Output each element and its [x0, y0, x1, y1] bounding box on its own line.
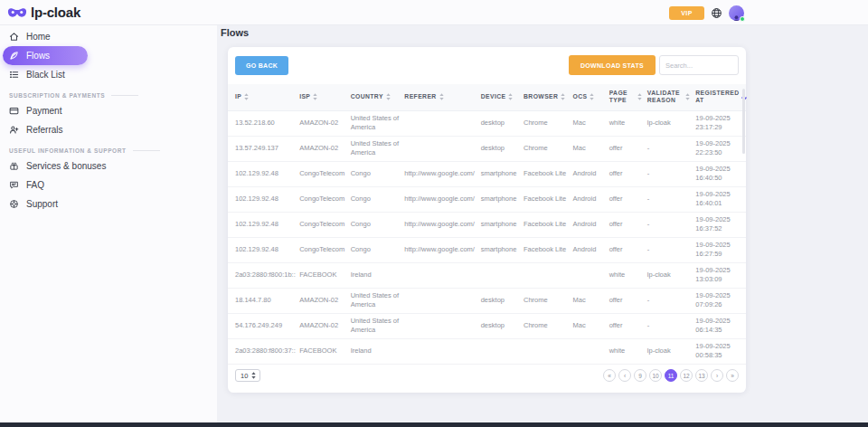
sidebar-item-home[interactable]: Home — [0, 27, 217, 46]
sort-icon[interactable] — [439, 93, 444, 100]
scrollbar[interactable] — [742, 89, 745, 154]
cell-device: desktop — [478, 288, 521, 313]
column-header-referer[interactable]: Referer — [401, 84, 477, 110]
cell-isp: FACEBOOK — [297, 338, 348, 364]
sidebar-item-black-list[interactable]: Black List — [0, 65, 217, 84]
sidebar-item-support[interactable]: Support — [0, 195, 217, 214]
cell-browser: Facebook Lite — [521, 161, 571, 186]
cell-ip: 102.129.92.48 — [228, 212, 297, 237]
go-back-button[interactable]: GO BACK — [235, 56, 288, 75]
sidebar-section-payments: SUBSCRIPTION & PAYMENTS — [9, 92, 217, 99]
table-header-row: IPISPCountryRefererDeviceBrowserOCSPage … — [228, 84, 746, 110]
cell-validate_reason: - — [645, 186, 693, 212]
cell-isp: AMAZON-02 — [297, 136, 348, 161]
cell-country: Ireland — [348, 262, 402, 288]
cell-validate_reason: - — [645, 237, 693, 262]
page-size-select[interactable]: 10 — [235, 369, 260, 382]
cell-referer — [401, 288, 477, 313]
search-input[interactable] — [659, 55, 739, 75]
vip-button[interactable]: VIP — [669, 6, 704, 20]
pagination-button-10[interactable]: 10 — [649, 369, 662, 382]
cell-country: Congo — [348, 186, 402, 212]
cell-isp: AMAZON-02 — [297, 313, 348, 338]
pagination-button-next[interactable]: › — [711, 369, 723, 382]
sidebar-item-label: Support — [26, 199, 58, 209]
sort-icon[interactable] — [637, 93, 642, 100]
table-row: 13.57.249.137AMAZON-02United States of A… — [228, 136, 746, 161]
page-title: Flows — [221, 27, 249, 38]
column-label: Registered At — [695, 90, 739, 105]
cell-referer: http://www.google.com/ — [401, 186, 477, 212]
cell-country: United States of America — [348, 288, 402, 313]
column-label: Device — [481, 93, 506, 100]
column-header-page_type[interactable]: Page Type — [607, 84, 645, 110]
column-header-country[interactable]: Country — [348, 84, 402, 110]
lifebuoy-icon — [9, 199, 19, 209]
download-stats-button[interactable]: DOWNLOAD STATS — [569, 55, 656, 75]
cell-ocs: Mac — [571, 110, 607, 136]
sidebar-item-payment[interactable]: Payment — [0, 101, 217, 120]
column-header-validate_reason[interactable]: Validate Reason — [645, 84, 693, 110]
cell-device: smartphone — [478, 212, 521, 237]
cell-page_type: offer — [607, 288, 645, 313]
user-avatar[interactable] — [729, 5, 744, 21]
cell-validate_reason: - — [645, 136, 693, 161]
pagination-button-last[interactable]: » — [726, 369, 739, 382]
cell-ip: 18.144.7.80 — [228, 288, 297, 313]
cell-ocs: Mac — [571, 313, 607, 338]
column-header-ocs[interactable]: OCS — [571, 84, 607, 110]
cell-referer — [401, 136, 477, 161]
sidebar-item-services[interactable]: Services & bonuses — [0, 157, 217, 176]
sidebar-item-faq[interactable]: FAQ — [0, 176, 217, 195]
sidebar-item-flows[interactable]: Flows — [3, 46, 88, 65]
sort-icon[interactable] — [561, 93, 565, 100]
cell-device: desktop — [478, 136, 521, 161]
navbar-right-group: VIP — [669, 0, 744, 25]
column-label: Country — [351, 93, 383, 100]
card-toolbar: GO BACK DOWNLOAD STATS — [228, 47, 746, 82]
cell-country: Ireland — [348, 338, 402, 364]
column-header-browser[interactable]: Browser — [521, 84, 571, 110]
table-row: 13.52.218.60AMAZON-02United States of Am… — [228, 110, 746, 136]
app-logo[interactable]: lp-cloak — [7, 5, 80, 20]
cell-ocs: Android — [571, 186, 607, 212]
pagination-button-prev[interactable]: ‹ — [618, 369, 631, 382]
table-row: 18.144.7.80AMAZON-02United States of Ame… — [228, 288, 746, 313]
pagination-button-first[interactable]: « — [603, 369, 616, 382]
pagination-pages: «‹910111213›» — [603, 369, 739, 382]
sort-icon[interactable] — [313, 93, 317, 100]
cell-referer — [401, 110, 477, 136]
sort-icon[interactable] — [685, 93, 690, 100]
cell-country: United States of America — [348, 110, 402, 136]
sidebar-item-label: Services & bonuses — [26, 161, 106, 171]
pagination-button-11[interactable]: 11 — [665, 369, 677, 382]
sort-icon[interactable] — [386, 93, 391, 100]
cell-device: desktop — [478, 110, 521, 136]
cell-page_type: offer — [607, 237, 645, 262]
blacklist-icon — [9, 70, 19, 80]
pagination-button-13[interactable]: 13 — [695, 369, 708, 382]
language-globe-icon[interactable] — [711, 7, 722, 19]
cell-device: smartphone — [478, 237, 521, 262]
sort-icon[interactable] — [244, 93, 249, 100]
column-label: Validate Reason — [647, 90, 683, 105]
sidebar-item-referrals[interactable]: Referrals — [0, 120, 217, 139]
pagination-button-9[interactable]: 9 — [634, 369, 646, 382]
cell-browser — [521, 262, 571, 288]
cell-device: smartphone — [478, 186, 521, 212]
sort-icon[interactable] — [590, 93, 594, 100]
pagination-button-12[interactable]: 12 — [680, 369, 693, 382]
sort-icon[interactable] — [508, 93, 513, 100]
column-header-isp[interactable]: ISP — [297, 84, 348, 110]
cell-ocs — [571, 262, 607, 288]
logo-text: lp-cloak — [31, 5, 80, 20]
pagination-bar: 10 «‹910111213›» — [235, 369, 739, 382]
cell-ocs: Mac — [571, 136, 607, 161]
cell-page_type: white — [607, 110, 645, 136]
cell-device: desktop — [478, 313, 521, 338]
cell-validate_reason: - — [645, 313, 693, 338]
sidebar-item-label: Home — [26, 32, 51, 42]
column-header-device[interactable]: Device — [478, 84, 521, 110]
column-header-registered_at[interactable]: Registered At — [693, 84, 746, 110]
column-header-ip[interactable]: IP — [228, 84, 297, 110]
